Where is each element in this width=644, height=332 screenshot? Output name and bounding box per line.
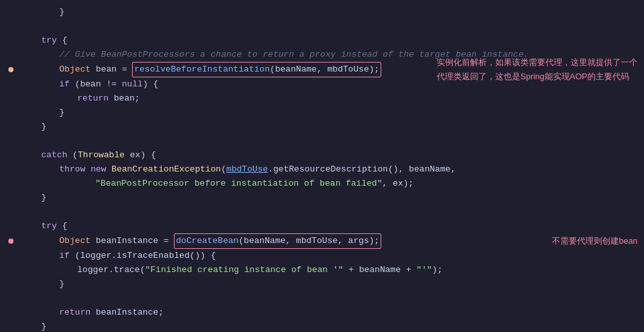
line-text: Object bean = resolveBeforeInstantiation… [17,62,644,77]
code-line: if (bean != null) { [0,77,644,92]
token [106,164,111,174]
token: , ex); [383,179,414,188]
code-line: // Give BeanPostProcessors a chance to r… [0,48,644,62]
token: return [59,308,91,317]
token: Object [59,236,91,246]
code-line [0,134,644,148]
code-line: catch (Throwable ex) { [0,148,644,162]
breakpoint-dot [8,239,14,244]
code-line: if (logger.isTraceEnabled()) { [0,249,644,263]
token: (beanName, mbdToUse, args); [238,236,379,246]
code-line: return beanInstance; [0,306,644,320]
line-text: } [17,277,644,291]
token: bean; [109,93,140,103]
line-text: return bean; [17,92,644,106]
line-text [17,19,644,34]
token: } [59,108,64,117]
token: "'" [417,265,432,275]
token: bean = [91,64,133,74]
code-line: "BeanPostProcessor before instantiation … [0,177,644,191]
token: if [59,79,70,89]
highlighted-code: resolveBeforeInstantiation(beanName, mbd… [132,62,381,77]
line-text: Object beanInstance = doCreateBean(beanN… [17,233,644,249]
code-line: try { [0,219,644,233]
highlighted-code: doCreateBean(beanName, mbdToUse, args); [174,233,381,249]
code-line: throw new BeanCreationException(mbdToUse… [0,162,644,177]
breakpoint-dot [8,67,14,72]
line-text [17,291,644,306]
line-text: } [17,5,644,19]
token: logger.trace( [77,265,145,275]
line-text: catch (Throwable ex) { [17,148,644,162]
line-gutter [5,67,17,72]
line-gutter [5,239,17,244]
token: (logger.isTraceEnabled()) { [70,251,216,260]
token: try [41,35,57,45]
token: { [57,221,67,231]
line-text [17,134,644,148]
token: (bean != [70,79,122,89]
token: } [41,193,46,202]
token: if [59,251,70,260]
token: target bean instance. [414,50,529,59]
line-text: } [17,106,644,120]
token: catch [41,150,68,160]
token: "BeanPostProcessor before instantiation … [95,179,383,188]
line-text: } [17,320,644,332]
token: } [59,279,64,289]
token: ex) { [125,150,156,160]
token [86,164,91,174]
token: return [77,93,109,103]
token: } [59,7,64,17]
token: ) { [143,79,158,89]
code-line: Object bean = resolveBeforeInstantiation… [0,62,644,77]
code-line: } [0,120,644,134]
code-line [0,291,644,306]
line-text: return beanInstance; [17,306,644,320]
token: beanInstance; [91,308,164,317]
code-line [0,205,644,219]
line-text: if (bean != null) { [17,77,644,92]
code-line: logger.trace("Finished creating instance… [0,263,644,277]
line-text: try { [17,34,644,48]
line-text: logger.trace("Finished creating instance… [17,263,644,277]
token: null [122,79,142,89]
line-text: // Give BeanPostProcessors a chance to r… [17,48,644,62]
code-line: Object beanInstance = doCreateBean(beanN… [0,233,644,249]
token: (beanName, mbdToUse); [270,64,379,74]
line-inner: Object beanInstance = doCreateBean(beanN… [59,236,381,246]
token: ); [432,265,442,275]
token: mbdToUse [226,164,268,174]
line-text: try { [17,219,644,233]
line-text: } [17,120,644,134]
token: throw [59,164,86,174]
token: beanInstance = [91,236,175,246]
code-line: try { [0,34,644,48]
line-inner: Object bean = resolveBeforeInstantiation… [59,64,381,74]
token: Throwable [78,150,125,160]
token: } [41,122,46,132]
code-line: return bean; [0,92,644,106]
code-line: } [0,320,644,332]
line-text: throw new BeanCreationException(mbdToUse… [17,162,644,177]
line-text: "BeanPostProcessor before instantiation … [17,177,644,191]
line-text [17,205,644,219]
token: Object [59,64,91,74]
token: the [399,50,414,59]
code-editor: } try {// Give BeanPostProcessors a chan… [0,0,644,332]
token: { [57,35,67,45]
token: } [41,322,46,331]
token: // Give BeanPostProcessors a chance to r… [59,50,399,59]
token: ( [68,150,78,160]
code-line [0,19,644,34]
code-line: } [0,106,644,120]
code-lines: } try {// Give BeanPostProcessors a chan… [0,0,644,332]
token: resolveBeforeInstantiation [134,64,270,74]
code-line: } [0,277,644,291]
token: new [91,164,106,174]
line-text: if (logger.isTraceEnabled()) { [17,249,644,263]
token: doCreateBean [176,236,238,246]
token: "Finished creating instance of bean '" [145,265,343,275]
line-text: } [17,191,644,205]
code-line: } [0,5,644,19]
